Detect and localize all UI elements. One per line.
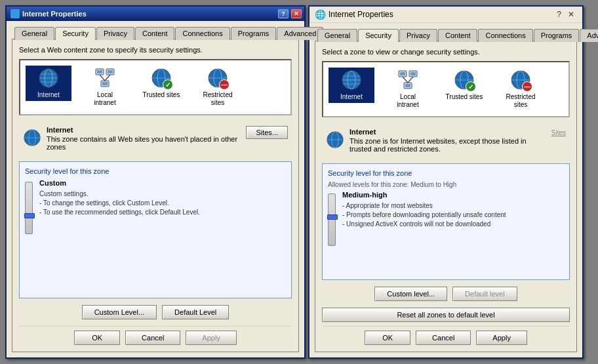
apply-button-right[interactable]: Apply xyxy=(476,331,527,345)
zone-info-text-left: Internet This zone contains all Web site… xyxy=(47,126,241,151)
tab-security-left[interactable]: Security xyxy=(55,27,96,40)
tab-connections-left[interactable]: Connections xyxy=(175,27,229,40)
default-level-button-left[interactable]: Default Level xyxy=(162,305,229,319)
tab-bar-left: General Security Privacy Content Connect… xyxy=(12,26,299,39)
security-level-name-right: Medium-high xyxy=(342,191,564,199)
tab-programs-right[interactable]: Programs xyxy=(534,29,580,42)
zone-restricted-right[interactable]: — Restricted sites xyxy=(498,68,544,111)
window-icon-right: 🌐 xyxy=(315,9,326,20)
window-icon-left: 🌐 xyxy=(10,9,20,18)
title-controls-right: ? ✕ xyxy=(554,10,577,19)
title-controls-left: ? ✕ xyxy=(278,9,302,18)
custom-level-button-left[interactable]: Custom Level... xyxy=(82,305,157,319)
zone-internet-label-right: Internet xyxy=(340,93,363,101)
right-window: 🌐 Internet Properties ? ✕ General Securi… xyxy=(308,5,584,359)
zone-trusted-left[interactable]: ✓ Trusted sites xyxy=(138,66,184,101)
tab-bar-right: General Security Privacy Content Connect… xyxy=(315,28,577,41)
internet-icon-left xyxy=(38,68,59,89)
close-button-left[interactable]: ✕ xyxy=(291,9,302,18)
zone-internet-left[interactable]: Internet xyxy=(26,66,71,101)
slider-track-left[interactable] xyxy=(25,182,33,234)
tab-content-left: Select a Web content zone to specify its… xyxy=(12,39,299,352)
trusted-icon-left: ✓ xyxy=(151,68,172,89)
tab-privacy-right[interactable]: Privacy xyxy=(399,29,437,42)
tab-content-right: Select a zone to view or change security… xyxy=(315,41,577,352)
zone-intranet-left[interactable]: Local intranet xyxy=(82,66,128,109)
zone-header-left: Select a Web content zone to specify its… xyxy=(19,46,292,54)
tab-content-left[interactable]: Content xyxy=(135,27,175,40)
svg-line-12 xyxy=(100,75,105,81)
tab-programs-left[interactable]: Programs xyxy=(231,27,277,40)
slider-handle-right[interactable] xyxy=(327,214,338,220)
restricted-icon-right: — xyxy=(510,70,531,91)
security-level-desc-left: Custom settings.- To change the settings… xyxy=(39,190,286,217)
level-buttons-left: Custom Level... Default Level xyxy=(19,305,292,319)
svg-rect-7 xyxy=(97,70,102,73)
window-content-left: General Security Privacy Content Connect… xyxy=(7,21,304,357)
zone-restricted-label-left: Restricted sites xyxy=(198,91,237,107)
reset-button-right[interactable]: Reset all zones to default level xyxy=(322,308,570,322)
allowed-levels-right: Allowed levels for this zone: Medium to … xyxy=(328,181,564,188)
security-level-title-left: Security level for this zone xyxy=(25,167,286,175)
cancel-button-right[interactable]: Cancel xyxy=(416,331,471,345)
tab-advanced-right[interactable]: Advanced xyxy=(580,29,598,42)
zone-info-text-right: Internet This zone is for Internet websi… xyxy=(349,128,546,153)
zone-restricted-label-right: Restricted sites xyxy=(501,93,540,109)
zone-icons-right: Internet xyxy=(322,61,570,117)
zone-intranet-right[interactable]: Local intranet xyxy=(385,68,431,111)
restricted-badge-left: — xyxy=(219,79,229,90)
tab-general-right[interactable]: General xyxy=(317,29,357,42)
help-button-right[interactable]: ? xyxy=(554,10,564,19)
tab-content-right[interactable]: Content xyxy=(438,29,478,42)
zone-trusted-right[interactable]: ✓ Trusted sites xyxy=(441,68,487,103)
close-button-right[interactable]: ✕ xyxy=(565,10,577,19)
security-level-title-right: Security level for this zone xyxy=(328,169,564,177)
restricted-badge-right: — xyxy=(522,81,532,92)
tab-privacy-left[interactable]: Privacy xyxy=(96,27,134,40)
zone-header-right: Select a zone to view or change security… xyxy=(322,48,570,56)
title-bar-right-left: 🌐 Internet Properties xyxy=(315,9,393,20)
svg-line-35 xyxy=(408,77,413,83)
left-window: 🌐 Internet Properties ? ✕ General Securi… xyxy=(5,5,306,359)
sites-button-left[interactable]: Sites... xyxy=(246,126,288,139)
security-level-box-right: Security level for this zone Allowed lev… xyxy=(322,163,570,280)
zone-icons-left: Internet xyxy=(19,59,292,115)
tab-general-left[interactable]: General xyxy=(14,27,54,40)
intranet-icon-left xyxy=(94,68,115,89)
security-level-desc-right: - Appropriate for most websites- Prompts… xyxy=(342,201,564,229)
svg-rect-11 xyxy=(102,82,108,85)
security-text-right: Medium-high - Appropriate for most websi… xyxy=(342,191,564,229)
ok-button-left[interactable]: OK xyxy=(74,331,120,345)
slider-handle-left[interactable] xyxy=(24,213,35,218)
zone-info-right: Internet This zone is for Internet websi… xyxy=(322,124,570,157)
svg-line-34 xyxy=(403,77,408,83)
window-title-right: Internet Properties xyxy=(329,10,393,19)
title-bar-left: 🌐 Internet Properties ? ✕ xyxy=(7,7,304,21)
slider-track-right[interactable] xyxy=(328,193,336,246)
zone-restricted-left[interactable]: — Restricted sites xyxy=(195,66,241,109)
zone-info-title-right: Internet xyxy=(349,128,546,136)
tab-advanced-left[interactable]: Advanced xyxy=(277,27,323,40)
security-text-left: Custom Custom settings.- To change the s… xyxy=(39,179,286,217)
help-button-left[interactable]: ? xyxy=(278,9,289,18)
security-level-name-left: Custom xyxy=(39,179,286,187)
cancel-button-left[interactable]: Cancel xyxy=(125,331,180,345)
svg-rect-29 xyxy=(400,72,405,75)
intranet-icon-right xyxy=(397,70,418,91)
tab-security-right[interactable]: Security xyxy=(358,29,399,42)
slider-visual-right xyxy=(328,191,336,246)
zone-info-desc-left: This zone contains all Web sites you hav… xyxy=(47,135,241,151)
default-level-button-right[interactable]: Default level xyxy=(452,287,517,301)
window-content-right: General Security Privacy Content Connect… xyxy=(309,23,582,357)
zone-internet-right[interactable]: Internet xyxy=(329,68,374,103)
internet-icon-right xyxy=(341,70,362,91)
dialog-buttons-left: OK Cancel Apply xyxy=(19,326,292,345)
tab-connections-right[interactable]: Connections xyxy=(478,29,532,42)
apply-button-left[interactable]: Apply xyxy=(186,331,237,345)
window-title-left: Internet Properties xyxy=(22,10,87,18)
ok-button-right[interactable]: OK xyxy=(365,331,410,345)
svg-rect-33 xyxy=(405,84,410,87)
custom-level-button-right[interactable]: Custom level... xyxy=(374,287,447,301)
dialog-buttons-right: OK Cancel Apply xyxy=(322,326,570,345)
sites-label-right: Sites xyxy=(551,128,566,136)
